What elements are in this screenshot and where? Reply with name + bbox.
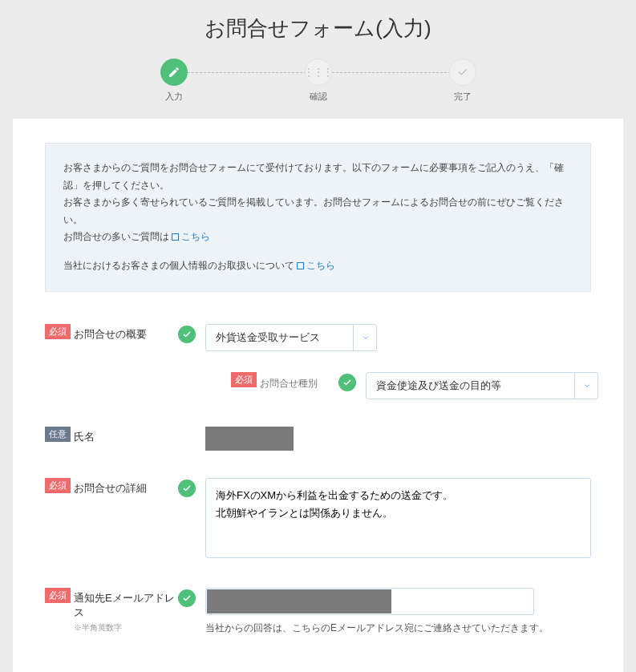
pencil-icon xyxy=(160,59,188,86)
category-select-value: 資金使途及び送金の目的等 xyxy=(376,379,501,393)
privacy-prefix: 当社におけるお客さまの個人情報のお取扱いについて xyxy=(63,260,294,271)
category-select[interactable]: 資金使途及び送金の目的等 xyxy=(366,372,598,399)
step-label-input: 入力 xyxy=(102,91,246,103)
label-name: 氏名 xyxy=(74,427,178,444)
optional-badge: 任意 xyxy=(45,427,71,442)
label-email-sub: ※半角英数字 xyxy=(74,622,178,634)
check-icon xyxy=(178,480,196,497)
page-title: お問合せフォーム(入力) xyxy=(0,0,636,52)
external-link-icon xyxy=(172,233,179,241)
faq-prefix: お問合せの多いご質問は xyxy=(63,231,169,242)
label-detail: お問合せの詳細 xyxy=(74,478,178,496)
required-badge: 必須 xyxy=(45,478,71,493)
step-label-done: 完了 xyxy=(391,91,535,103)
grid-icon: ⋮⋮⋮ xyxy=(305,59,332,86)
label-email: 通知先Eメールアドレス xyxy=(74,591,178,620)
faq-link[interactable]: こちら xyxy=(172,231,210,242)
notice-box: お客さまからのご質問をお問合せフォームにて受付けております。以下のフォームに必要… xyxy=(45,143,591,292)
name-field-redacted[interactable] xyxy=(205,427,294,451)
check-icon xyxy=(178,326,196,343)
required-badge: 必須 xyxy=(45,324,71,339)
overview-select[interactable]: 外貨送金受取サービス xyxy=(205,324,377,351)
chevron-down-icon xyxy=(574,372,598,399)
check-icon xyxy=(338,374,356,391)
email-note: 当社からの回答は、こちらのEメールアドレス宛にご連絡させていただきます。 xyxy=(205,621,591,635)
notice-line2: お客さまから多く寄せられているご質問を掲載しています。お問合せフォームによるお問… xyxy=(63,194,573,229)
progress-stepper: 入力 ⋮⋮⋮ 確認 完了 xyxy=(0,52,636,119)
overview-select-value: 外貨送金受取サービス xyxy=(216,330,320,345)
check-icon xyxy=(449,59,476,86)
label-category: お問合せ種別 xyxy=(260,372,338,391)
check-icon xyxy=(178,589,196,607)
notice-line1: お客さまからのご質問をお問合せフォームにて受付けております。以下のフォームに必要… xyxy=(63,160,573,194)
label-overview: お問合せの概要 xyxy=(74,324,178,342)
chevron-down-icon xyxy=(353,324,377,351)
required-badge: 必須 xyxy=(231,372,257,387)
detail-textarea[interactable] xyxy=(205,478,591,558)
external-link-icon xyxy=(297,262,304,269)
email-field-redacted xyxy=(207,589,391,613)
step-label-confirm: 確認 xyxy=(246,91,391,103)
privacy-link[interactable]: こちら xyxy=(297,260,335,271)
required-badge: 必須 xyxy=(45,588,71,603)
